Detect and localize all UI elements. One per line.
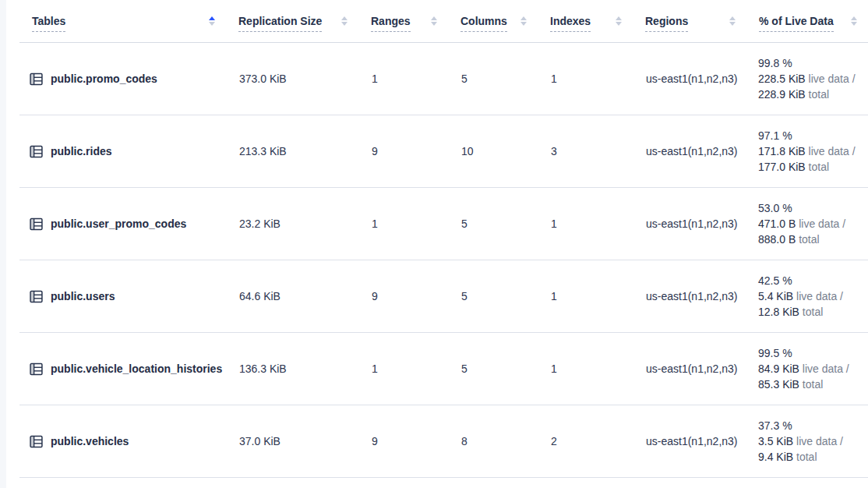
sort-down-arrow-icon [520,22,527,26]
column-header-replication-size-label[interactable]: Replication Size [238,15,322,32]
live-data-cell: 42.5 % 5.4 KiB live data / 12.8 KiB tota… [746,260,868,332]
indexes-cell: 1 [538,188,633,260]
table-name-link[interactable]: public.users [51,290,115,302]
table-name-link[interactable]: public.user_promo_codes [51,217,186,230]
sort-icon[interactable] [209,16,215,26]
live-data-cell: 99.5 % 84.9 KiB live data / 85.3 KiB tot… [746,333,868,405]
replication-size-cell: 136.3 KiB [226,333,358,405]
total-data-amount: 9.4 KiB total [758,449,817,465]
table-icon [30,290,43,303]
regions-cell: us-east1(n1,n2,n3) [633,405,746,477]
regions-cell: us-east1(n1,n2,n3) [633,115,746,187]
column-header-tables-label[interactable]: Tables [32,15,65,32]
indexes-cell: 1 [538,333,633,405]
replication-size-cell: 23.2 KiB [226,188,358,260]
live-data-cell: 97.1 % 171.8 KiB live data / 177.0 KiB t… [746,115,868,187]
table-body: public.promo_codes 373.0 KiB 1 5 1 us-ea… [19,43,868,478]
sort-up-arrow-icon [341,16,348,20]
total-data-amount: 85.3 KiB total [758,377,823,392]
sort-down-arrow-icon [616,22,622,26]
live-data-cell: 99.8 % 228.5 KiB live data / 228.9 KiB t… [746,43,868,115]
table-name-cell: public.promo_codes [19,43,226,115]
live-data-percent: 53.0 % [758,200,792,216]
sort-up-arrow-icon [851,16,857,20]
sort-icon[interactable] [520,16,527,26]
table-name-cell: public.rides [19,115,226,187]
live-data-amount: 3.5 KiB live data / [758,433,843,449]
total-data-amount: 177.0 KiB total [758,159,829,175]
table-name-cell: public.users [19,260,226,332]
columns-cell: 5 [448,333,538,405]
sort-icon[interactable] [616,16,622,26]
columns-cell: 5 [448,188,538,260]
column-header-live-data-label[interactable]: % of Live Data [759,15,834,32]
table-row: public.vehicle_location_histories 136.3 … [19,333,868,405]
indexes-cell: 2 [538,405,633,477]
total-data-amount: 12.8 KiB total [758,304,823,320]
live-data-percent: 99.5 % [758,345,792,361]
ranges-cell: 1 [358,188,448,260]
table-name-link[interactable]: public.vehicles [51,435,129,447]
sort-icon[interactable] [341,16,348,26]
table-name-link[interactable]: public.vehicle_location_histories [51,362,222,375]
column-header-indexes-label[interactable]: Indexes [550,15,591,32]
live-data-cell: 53.0 % 471.0 B live data / 888.0 B total [746,188,868,260]
columns-cell: 5 [448,43,538,115]
ranges-cell: 9 [358,260,448,332]
table-icon [30,362,43,376]
table-name-link[interactable]: public.rides [51,145,112,157]
regions-cell: us-east1(n1,n2,n3) [633,260,746,332]
sort-down-arrow-icon [729,22,736,26]
table-icon [30,145,43,158]
column-header-regions-label[interactable]: Regions [645,15,688,32]
total-data-amount: 228.9 KiB total [758,87,829,102]
columns-cell: 8 [448,405,538,477]
live-data-percent: 37.3 % [758,418,792,433]
table-name-cell: public.vehicle_location_histories [19,333,226,405]
live-data-percent: 42.5 % [758,273,792,288]
column-header-columns-label[interactable]: Columns [460,15,507,32]
sort-icon[interactable] [431,16,437,26]
table-icon [30,72,43,86]
table-header-row: Tables Replication Size Ranges Columns I… [19,0,868,43]
indexes-cell: 1 [538,43,633,115]
live-data-amount: 228.5 KiB live data / [758,71,856,87]
table-row: public.rides 213.3 KiB 9 10 3 us-east1(n… [19,115,868,188]
table-row: public.user_promo_codes 23.2 KiB 1 5 1 u… [19,188,868,260]
columns-cell: 5 [448,260,538,332]
table-row: public.users 64.6 KiB 9 5 1 us-east1(n1,… [19,260,868,333]
column-header-tables: Tables [19,0,226,42]
sort-down-arrow-icon [209,22,215,26]
live-data-amount: 171.8 KiB live data / [758,143,856,159]
ranges-cell: 9 [358,115,448,187]
sort-up-arrow-icon [520,16,527,20]
column-header-live-data: % of Live Data [746,0,868,42]
sort-down-arrow-icon [431,22,437,26]
table-name-link[interactable]: public.promo_codes [51,72,157,85]
ranges-cell: 1 [358,43,448,115]
table-icon [30,435,43,448]
column-header-ranges-label[interactable]: Ranges [371,15,411,32]
replication-size-cell: 37.0 KiB [226,405,358,477]
sort-down-arrow-icon [341,22,348,26]
live-data-amount: 5.4 KiB live data / [758,288,843,304]
live-data-amount: 84.9 KiB live data / [758,361,849,377]
replication-size-cell: 373.0 KiB [226,43,358,115]
sort-up-arrow-icon [431,16,437,20]
live-data-amount: 471.0 B live data / [758,216,845,232]
regions-cell: us-east1(n1,n2,n3) [633,43,746,115]
replication-size-cell: 64.6 KiB [226,260,358,332]
live-data-cell: 37.3 % 3.5 KiB live data / 9.4 KiB total [746,405,868,477]
regions-cell: us-east1(n1,n2,n3) [633,333,746,405]
replication-size-cell: 213.3 KiB [226,115,358,187]
sort-icon[interactable] [729,16,736,26]
column-header-regions: Regions [633,0,746,42]
column-header-columns: Columns [448,0,538,42]
database-tables-table: Tables Replication Size Ranges Columns I… [19,0,868,478]
sort-up-arrow-icon [729,16,736,20]
indexes-cell: 3 [538,115,633,187]
columns-cell: 10 [448,115,538,187]
total-data-amount: 888.0 B total [758,232,820,247]
sort-icon[interactable] [851,16,857,26]
sort-up-arrow-icon [616,16,622,20]
